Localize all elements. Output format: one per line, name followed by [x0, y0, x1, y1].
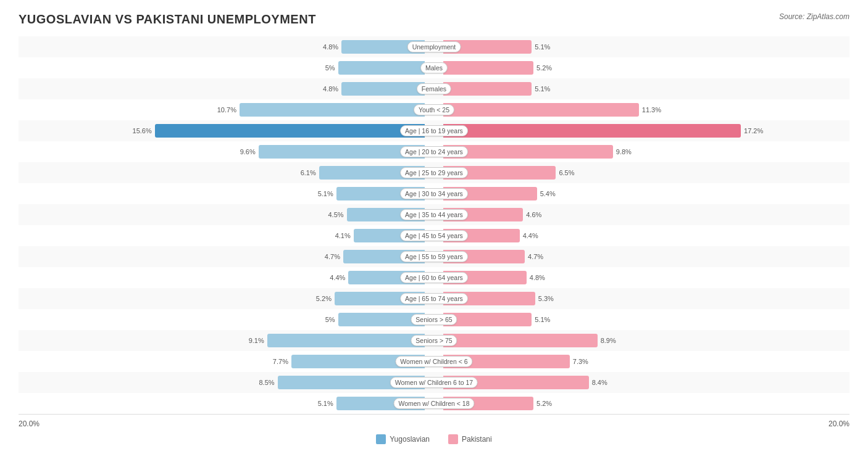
left-bar-container: 4.5% — [19, 208, 426, 221]
right-section: 11.3% — [442, 99, 849, 120]
left-value: 4.4% — [325, 274, 345, 281]
right-value: 4.8% — [530, 274, 549, 281]
left-bar — [341, 82, 424, 96]
right-section: 4.6% — [442, 204, 849, 225]
table-row: 7.7% Women w/ Children < 6 7.3% — [19, 351, 849, 372]
center-label: Age | 65 to 74 years — [400, 293, 468, 304]
left-bar — [240, 103, 425, 117]
right-section: 5.1% — [442, 36, 849, 57]
center-label: Age | 45 to 54 years — [400, 230, 468, 241]
table-row: 15.6% Age | 16 to 19 years 17.2% — [19, 120, 849, 141]
center-label: Age | 35 to 44 years — [400, 209, 468, 220]
left-value: 5.1% — [314, 190, 333, 197]
left-section: 5% — [19, 57, 426, 78]
left-value: 7.7% — [269, 358, 288, 365]
left-bar-container: 5% — [19, 313, 426, 326]
left-bar-container: 8.5% — [19, 376, 426, 389]
right-section: 4.8% — [442, 267, 849, 288]
left-value: 9.6% — [236, 148, 256, 155]
center-label: Women w/ Children 6 to 17 — [390, 377, 478, 388]
right-bar-container: 17.2% — [442, 124, 849, 138]
table-row: 9.1% Seniors > 75 8.9% — [19, 330, 849, 351]
left-value: 15.6% — [132, 127, 152, 134]
left-section: 4.5% — [19, 204, 426, 225]
left-bar-container: 4.1% — [19, 229, 426, 242]
axis-left-label: 20.0% — [19, 419, 40, 428]
left-section: 15.6% — [19, 120, 426, 141]
table-row: 5.2% Age | 65 to 74 years 5.3% — [19, 288, 849, 309]
right-value: 5.1% — [535, 43, 554, 51]
axis-right-label: 20.0% — [828, 419, 849, 428]
right-section: 4.4% — [442, 225, 849, 246]
right-bar-container: 4.7% — [442, 250, 849, 263]
right-value: 17.2% — [744, 127, 764, 134]
table-row: 4.7% Age | 55 to 59 years 4.7% — [19, 246, 849, 267]
right-section: 8.9% — [442, 330, 849, 351]
left-bar-container: 5.1% — [19, 397, 426, 410]
left-bar-container: 9.6% — [19, 145, 426, 159]
left-value: 4.1% — [331, 232, 351, 239]
right-section: 4.7% — [442, 246, 849, 267]
center-label: Seniors > 65 — [411, 314, 457, 325]
right-section: 5.2% — [442, 57, 849, 78]
left-section: 4.8% — [19, 78, 426, 99]
right-bar-container: 8.9% — [442, 334, 849, 347]
left-value: 5.1% — [314, 400, 333, 407]
right-value: 5.2% — [536, 400, 556, 407]
center-label: Age | 30 to 34 years — [400, 188, 468, 199]
table-row: 4.8% Unemployment 5.1% — [19, 36, 849, 57]
right-value: 5.1% — [535, 316, 554, 323]
table-row: 10.7% Youth < 25 11.3% — [19, 99, 849, 120]
left-bar — [267, 334, 425, 347]
right-value: 6.5% — [559, 169, 578, 176]
left-section: 5.2% — [19, 288, 426, 309]
right-value: 4.6% — [526, 211, 546, 218]
left-value: 5.2% — [312, 295, 332, 302]
table-row: 4.5% Age | 35 to 44 years 4.6% — [19, 204, 849, 225]
right-value: 5.1% — [535, 85, 554, 93]
left-section: 7.7% — [19, 351, 426, 372]
legend-pakistani: Pakistani — [448, 434, 492, 444]
right-bar — [443, 334, 597, 347]
table-row: 5% Seniors > 65 5.1% — [19, 309, 849, 330]
center-label: Females — [417, 83, 451, 94]
left-value: 4.8% — [319, 43, 338, 51]
left-value: 4.7% — [320, 253, 340, 260]
right-value: 4.4% — [523, 232, 543, 239]
chart-container: YUGOSLAVIAN VS PAKISTANI UNEMPLOYMENT So… — [0, 0, 868, 467]
left-section: 6.1% — [19, 162, 426, 183]
right-value: 8.9% — [601, 337, 620, 344]
center-label: Age | 25 to 29 years — [400, 167, 468, 178]
left-bar-container: 7.7% — [19, 355, 426, 368]
legend-swatch-pakistani — [448, 434, 458, 444]
left-value: 6.1% — [296, 169, 316, 176]
left-section: 4.7% — [19, 246, 426, 267]
table-row: 5.1% Age | 30 to 34 years 5.4% — [19, 183, 849, 204]
left-bar — [155, 124, 425, 138]
right-section: 5.3% — [442, 288, 849, 309]
right-bar-container: 6.5% — [442, 166, 849, 180]
right-bar-container: 7.3% — [442, 355, 849, 368]
left-section: 10.7% — [19, 99, 426, 120]
table-row: 6.1% Age | 25 to 29 years 6.5% — [19, 162, 849, 183]
center-label: Age | 60 to 64 years — [400, 272, 468, 283]
left-bar-container: 5.1% — [19, 187, 426, 200]
left-bar-container: 4.4% — [19, 271, 426, 284]
right-bar — [443, 82, 532, 96]
chart-title: YUGOSLAVIAN VS PAKISTANI UNEMPLOYMENT — [19, 12, 316, 27]
left-section: 4.4% — [19, 267, 426, 288]
left-section: 5% — [19, 309, 426, 330]
right-bar-container: 5.3% — [442, 292, 849, 305]
left-value: 10.7% — [217, 106, 236, 114]
right-bar-container: 11.3% — [442, 103, 849, 117]
left-bar-container: 4.8% — [19, 40, 426, 54]
left-section: 4.1% — [19, 225, 426, 246]
left-value: 5% — [315, 316, 335, 323]
right-value: 9.8% — [616, 148, 636, 155]
right-bar-container: 4.4% — [442, 229, 849, 242]
left-value: 9.1% — [244, 337, 264, 344]
right-bar-container: 5.2% — [442, 61, 849, 75]
right-section: 5.1% — [442, 309, 849, 330]
table-row: 9.6% Age | 20 to 24 years 9.8% — [19, 141, 849, 162]
center-label: Males — [420, 62, 448, 73]
